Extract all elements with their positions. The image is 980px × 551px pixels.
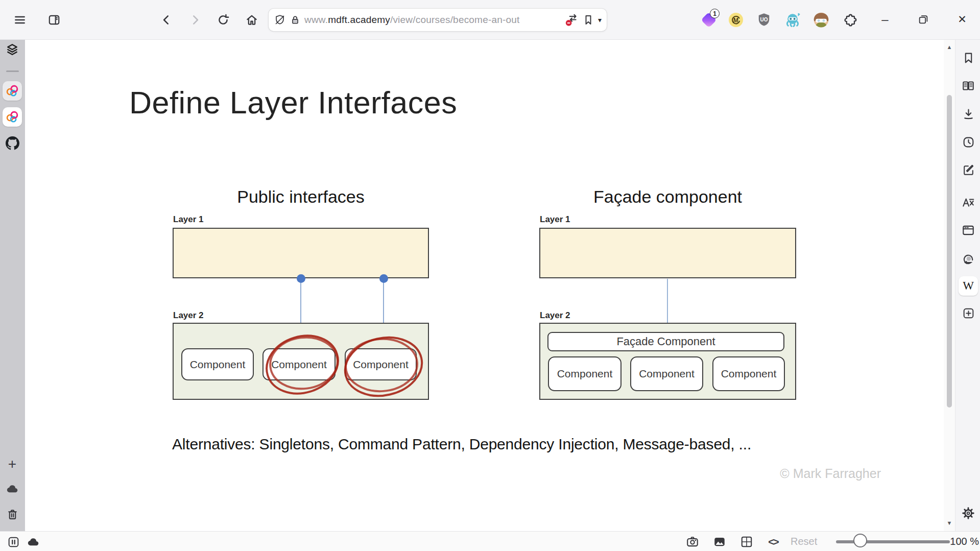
plus-icon: + <box>8 456 16 472</box>
profile-avatar-button[interactable] <box>810 9 832 31</box>
grid-icon <box>740 535 753 548</box>
component-box: Component <box>630 356 703 391</box>
image-icon <box>713 535 726 548</box>
forward-button[interactable] <box>185 10 205 30</box>
history-button[interactable] <box>959 132 978 152</box>
book-icon <box>962 79 975 92</box>
screenshot-button[interactable] <box>683 533 702 551</box>
hamburger-icon <box>13 13 27 27</box>
notes-button[interactable] <box>959 160 978 180</box>
lock-icon[interactable] <box>290 14 301 26</box>
sync-cloud-button[interactable] <box>3 479 22 498</box>
close-icon: ✕ <box>958 13 967 26</box>
close-button[interactable]: ✕ <box>950 7 974 32</box>
download-icon <box>962 108 975 121</box>
zoom-slider-thumb[interactable] <box>853 534 867 547</box>
shield-disabled-icon[interactable] <box>274 14 286 26</box>
url-text: www.mdft.academy/view/courses/become-an-… <box>304 14 520 26</box>
status-bar: <> Reset 100 % <box>0 531 980 551</box>
left-layer1-box <box>173 228 429 278</box>
url-domain: mdft.academy <box>328 14 390 25</box>
tab-loop-button[interactable] <box>959 249 978 269</box>
wikipedia-icon: W <box>963 279 974 293</box>
code-view-button[interactable]: <> <box>764 533 782 551</box>
restore-button[interactable] <box>911 7 936 32</box>
scroll-up-arrow[interactable]: ▲ <box>944 42 955 52</box>
component-box: Component <box>548 356 622 391</box>
url-bar[interactable]: www.mdft.academy/view/courses/become-an-… <box>269 9 607 31</box>
copyright-watermark: © Mark Farragher <box>766 466 881 481</box>
clock-icon <box>962 136 975 149</box>
bookmarks-panel-button[interactable] <box>959 48 978 67</box>
zoom-level-value: 100 % <box>942 536 979 547</box>
right-diagram-title: Façade component <box>539 187 796 207</box>
trash-icon <box>6 508 19 521</box>
interface-dot-2 <box>379 274 388 283</box>
translate-panel-button[interactable] <box>959 193 978 212</box>
url-prefix: www. <box>304 14 328 25</box>
github-icon <box>6 136 19 150</box>
gear-icon <box>962 507 975 520</box>
compose-icon <box>962 164 975 177</box>
urlbar-dropdown-icon[interactable]: ▾ <box>598 16 602 24</box>
back-arrow-icon <box>160 13 173 27</box>
extension-ublock-button[interactable]: UO <box>753 9 775 31</box>
trash-button[interactable] <box>3 505 22 524</box>
mdft-favicon <box>6 110 19 124</box>
bookmark-page-icon[interactable] <box>582 14 594 26</box>
component-box: Component <box>181 348 254 380</box>
left-layer1-label: Layer 1 <box>173 214 204 225</box>
pause-button[interactable] <box>4 533 22 551</box>
forward-arrow-icon <box>188 13 202 27</box>
new-tab-button[interactable]: + <box>3 454 22 474</box>
settings-button[interactable] <box>959 504 978 523</box>
facade-component-bar: Façade Component <box>547 332 784 351</box>
grid-button[interactable] <box>737 533 756 551</box>
octopus-icon <box>784 12 801 28</box>
ublock-shield-icon: UO <box>756 12 772 28</box>
menu-button[interactable] <box>10 10 30 30</box>
home-button[interactable] <box>242 10 261 30</box>
reload-button[interactable] <box>213 10 233 30</box>
cloud-icon <box>6 482 19 496</box>
extension-gradient-diamond-button[interactable]: 1 <box>698 9 720 31</box>
left-diagram-title: Public interfaces <box>173 187 429 207</box>
sidebar-toggle-button[interactable] <box>44 10 64 30</box>
reset-button[interactable]: Reset <box>791 536 826 547</box>
interface-dot-1 <box>297 274 305 283</box>
back-button[interactable] <box>157 10 176 30</box>
extensions-menu-button[interactable] <box>840 9 862 31</box>
right-layer2-label: Layer 2 <box>540 310 570 321</box>
minimize-icon: – <box>881 12 888 27</box>
scroll-down-arrow[interactable]: ▼ <box>944 518 955 528</box>
wikipedia-button[interactable]: W <box>959 276 978 296</box>
workspace-button[interactable] <box>3 40 22 59</box>
extension-octopus-button[interactable] <box>781 9 804 31</box>
reload-icon <box>217 13 230 27</box>
cloud-status-button[interactable] <box>24 533 42 551</box>
tabs-panel-button[interactable] <box>959 221 978 240</box>
restore-icon <box>918 14 929 25</box>
downloads-button[interactable] <box>959 104 978 124</box>
sidebar-divider <box>6 70 19 72</box>
pinned-tab-github[interactable] <box>3 133 22 153</box>
translate-blocked-icon[interactable] <box>564 13 579 27</box>
extension-markdownload-button[interactable]: M <box>725 9 747 31</box>
pinned-tab-mdft-1[interactable] <box>3 81 22 101</box>
add-panel-button[interactable] <box>959 303 978 323</box>
right-layer1-label: Layer 1 <box>540 214 570 225</box>
image-button[interactable] <box>710 533 729 551</box>
alternatives-text: Alternatives: Singletons, Command Patter… <box>172 436 751 453</box>
camera-icon <box>686 535 699 548</box>
minimize-button[interactable]: – <box>873 7 897 32</box>
pinned-tab-mdft-2-active[interactable] <box>3 107 22 127</box>
pause-icon <box>7 536 20 548</box>
scroll-thumb[interactable] <box>947 95 952 408</box>
reading-list-button[interactable] <box>959 76 978 95</box>
cloud-filled-icon <box>27 535 40 549</box>
url-path: /view/courses/become-an-out <box>390 14 520 25</box>
vertical-scrollbar[interactable]: ▲ ▼ <box>944 40 955 531</box>
svg-text:M: M <box>733 17 738 24</box>
sidebar-panel-icon <box>47 13 61 27</box>
right-sidebar: W <box>955 40 980 531</box>
